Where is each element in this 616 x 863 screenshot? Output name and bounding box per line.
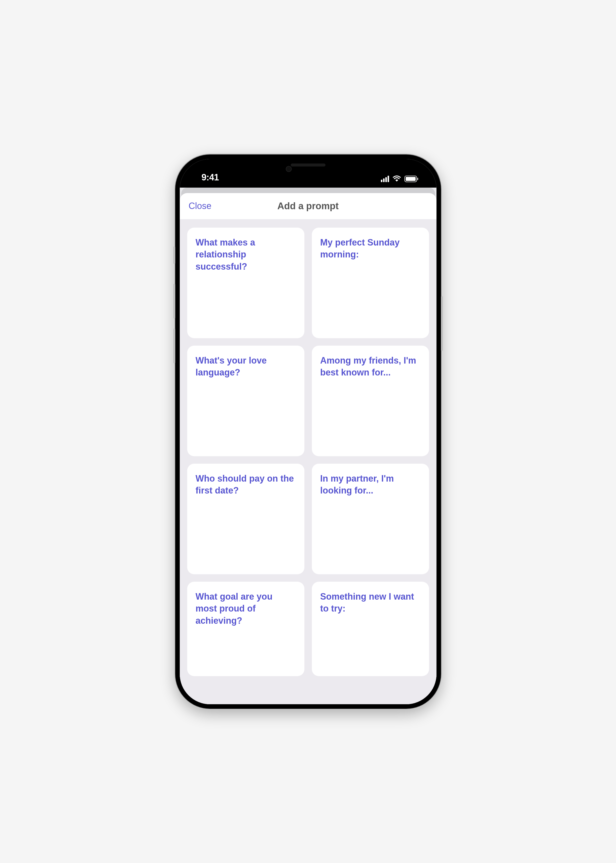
- prompt-text: My perfect Sunday morning:: [320, 236, 421, 261]
- volume-up-button[interactable]: [173, 284, 175, 318]
- sheet-header: Close Add a prompt: [180, 193, 437, 219]
- mute-switch[interactable]: [173, 247, 175, 264]
- prompt-card[interactable]: Something new I want to try:: [312, 582, 429, 676]
- prompt-card[interactable]: What's your love language?: [187, 346, 305, 456]
- screen: 9:41: [180, 159, 437, 704]
- prompt-text: In my partner, I'm looking for...: [320, 472, 421, 497]
- notch: [252, 159, 364, 176]
- phone-inner: 9:41: [180, 159, 437, 704]
- speaker: [291, 164, 325, 167]
- prompt-text: What makes a relationship successful?: [196, 236, 296, 273]
- prompt-card[interactable]: What goal are you most proud of achievin…: [187, 582, 305, 676]
- power-button[interactable]: [441, 296, 443, 351]
- prompt-text: What's your love language?: [196, 354, 296, 379]
- status-time: 9:41: [197, 172, 219, 183]
- app-background: Close Add a prompt What makes a relation…: [180, 187, 437, 704]
- phone-frame: 9:41: [175, 154, 441, 709]
- prompt-text: What goal are you most proud of achievin…: [196, 591, 296, 627]
- close-button[interactable]: Close: [189, 201, 212, 211]
- volume-down-button[interactable]: [173, 329, 175, 363]
- front-camera: [286, 166, 292, 172]
- prompts-grid: What makes a relationship successful? My…: [187, 228, 429, 676]
- prompt-text: Who should pay on the first date?: [196, 472, 296, 497]
- prompt-card[interactable]: What makes a relationship successful?: [187, 228, 305, 338]
- battery-icon: [404, 176, 418, 182]
- sheet-body[interactable]: What makes a relationship successful? My…: [180, 219, 437, 704]
- prompt-card[interactable]: In my partner, I'm looking for...: [312, 464, 429, 574]
- prompt-card[interactable]: Who should pay on the first date?: [187, 464, 305, 574]
- cellular-icon: [381, 176, 389, 182]
- wifi-icon: [393, 175, 401, 183]
- sheet-title: Add a prompt: [277, 201, 339, 211]
- prompt-card[interactable]: Among my friends, I'm best known for...: [312, 346, 429, 456]
- prompt-text: Among my friends, I'm best known for...: [320, 354, 421, 379]
- prompt-card[interactable]: My perfect Sunday morning:: [312, 228, 429, 338]
- modal-sheet: Close Add a prompt What makes a relation…: [180, 193, 437, 704]
- prompt-text: Something new I want to try:: [320, 591, 421, 615]
- status-icons: [381, 175, 419, 183]
